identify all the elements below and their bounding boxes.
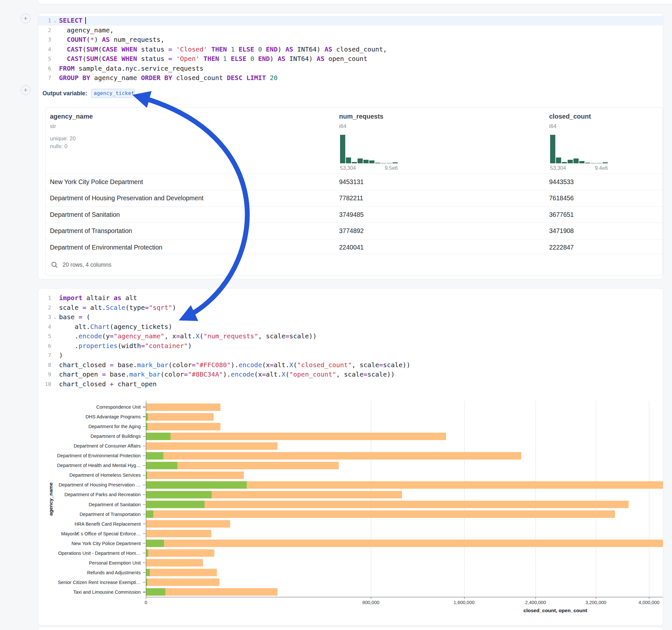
bar-closed_count: [146, 413, 214, 421]
y-tick-label: Department of Buildings: [38, 434, 141, 439]
code-line: 10chart_closed + chart_open: [38, 380, 663, 389]
table-cell: Department of Environmental Protection: [50, 240, 162, 256]
bar-chart: 0800,0001,600,0002,400,0003,200,0004,000…: [38, 392, 663, 625]
histogram-bar: [375, 163, 380, 163]
y-axis-line: [146, 401, 146, 597]
fold-chevron-icon[interactable]: ⌄: [51, 312, 59, 322]
y-tick: [143, 446, 146, 446]
y-tick: [143, 475, 146, 476]
gutter-spacer: [51, 380, 59, 389]
x-tick-label: 0: [123, 600, 169, 605]
bar-closed_count: [146, 442, 278, 450]
bar-open_count: [146, 413, 148, 421]
histogram-bar: [585, 163, 590, 163]
line-number: 6: [38, 341, 51, 351]
histogram-range: 53,304 9.5e6: [340, 165, 398, 171]
add-cell-button[interactable]: +: [21, 14, 30, 23]
y-tick: [143, 533, 146, 534]
histogram-bar: [573, 159, 579, 163]
code-line: 9chart_open = base.mark_bar(color="#8BC3…: [38, 370, 663, 380]
output-variable-badge[interactable]: agency_tickets: [91, 89, 135, 98]
histogram-bar: [597, 163, 602, 163]
histogram-bar: [340, 135, 345, 163]
y-tick-label: Refunds and Adjustments: [38, 570, 141, 575]
gutter-spacer: [51, 360, 59, 370]
y-tick-label: Senior Citizen Rent Increase Exempti…: [38, 580, 141, 585]
bar-closed_count: [146, 423, 220, 430]
bar-open_count: [146, 539, 164, 547]
y-tick: [143, 582, 146, 582]
bar-closed_count: [146, 559, 203, 566]
line-number: 8: [38, 360, 51, 370]
y-tick-label: Department of Consumer Affairs: [38, 443, 141, 449]
y-tick-label: DHS Advantage Programs: [38, 414, 141, 419]
column-histogram: [550, 135, 608, 163]
gridline: [596, 401, 596, 597]
x-tick-label: 2,400,000: [513, 600, 558, 605]
code-line: 7GROUP BY agency_name ORDER BY closed_co…: [38, 73, 663, 83]
line-number: 3: [38, 312, 51, 322]
gutter-spacer: [51, 370, 59, 380]
gutter-spacer: [51, 322, 59, 332]
dataframe-preview: agency_name str unique: 20 nulls: 0 num_…: [45, 107, 663, 275]
line-number: 6: [38, 64, 51, 74]
sql-editor[interactable]: 1⌄SELECT2 agency_name,3 COUNT(*) AS num_…: [38, 16, 663, 83]
histogram-max-label: 9.4e6: [595, 165, 608, 171]
next-cell-edge: [38, 627, 664, 630]
line-number: 3: [38, 35, 51, 45]
code-line: 5 CAST(SUM(CASE WHEN status = 'Open' THE…: [38, 54, 663, 64]
search-icon[interactable]: [51, 261, 58, 268]
text-cursor: [85, 17, 86, 24]
gutter-spacer: [51, 73, 59, 83]
fold-chevron-icon[interactable]: ⌄: [51, 16, 59, 26]
y-tick-label: Personal Exemption Unit: [38, 560, 141, 565]
bar-closed_count: [146, 588, 278, 596]
bar-open_count: [146, 501, 205, 508]
gutter-spacer: [51, 35, 59, 45]
y-tick-label: Department for the Aging: [38, 424, 141, 429]
bar-closed_count: [146, 510, 615, 518]
bar-closed_count: [146, 404, 220, 411]
table-row: Department of Sanitation37494853677651: [46, 207, 663, 223]
histogram-bar: [381, 163, 386, 163]
y-tick: [143, 456, 146, 456]
table-cell: 9443533: [549, 174, 574, 190]
y-tick: [143, 592, 146, 592]
y-axis-title: agency_name: [48, 451, 54, 548]
gutter-spacer: [51, 293, 59, 303]
code-line: 6 .properties(width="container"): [38, 341, 663, 351]
histogram-bar: [346, 158, 351, 163]
python-editor[interactable]: 1import altair as alt2scale = alt.Scale(…: [38, 293, 663, 389]
gutter-spacer: [51, 54, 59, 64]
table-body: New York City Police Department945313194…: [46, 174, 663, 256]
bar-open_count: [146, 588, 165, 596]
code-line: 2 agency_name,: [38, 26, 663, 35]
x-tick-label: 3,200,000: [573, 600, 619, 605]
x-tick-label: 1,600,000: [441, 600, 487, 605]
y-tick: [143, 407, 146, 407]
gutter-spacer: [51, 332, 59, 341]
bar-closed_count: [146, 452, 521, 460]
column-type: i64: [339, 123, 346, 130]
sql-cell: 1⌄SELECT2 agency_name,3 COUNT(*) AS num_…: [38, 13, 663, 280]
add-cell-button[interactable]: +: [21, 85, 30, 95]
x-tick-label: 800,000: [348, 600, 393, 605]
column-histogram: [340, 135, 398, 163]
line-number: 7: [38, 73, 51, 83]
line-number: 4: [38, 322, 51, 332]
y-tick: [143, 485, 146, 485]
y-tick: [143, 514, 146, 514]
y-tick: [143, 494, 146, 495]
table-cell: 3677651: [549, 207, 574, 223]
code-line: 3⌄base = (: [38, 312, 663, 322]
histogram-bar: [591, 163, 596, 163]
column-header: agency_name: [50, 113, 93, 120]
line-number: 5: [38, 332, 51, 341]
column-header: closed_count: [549, 113, 591, 120]
table-row: Department of Environmental Protection22…: [46, 239, 663, 256]
table-cell: Department of Sanitation: [50, 207, 120, 223]
bar-closed_count: [146, 501, 628, 508]
row-column-count: 20 rows, 4 columns: [63, 262, 112, 268]
bar-open_count: [146, 423, 147, 430]
y-tick: [143, 524, 146, 524]
